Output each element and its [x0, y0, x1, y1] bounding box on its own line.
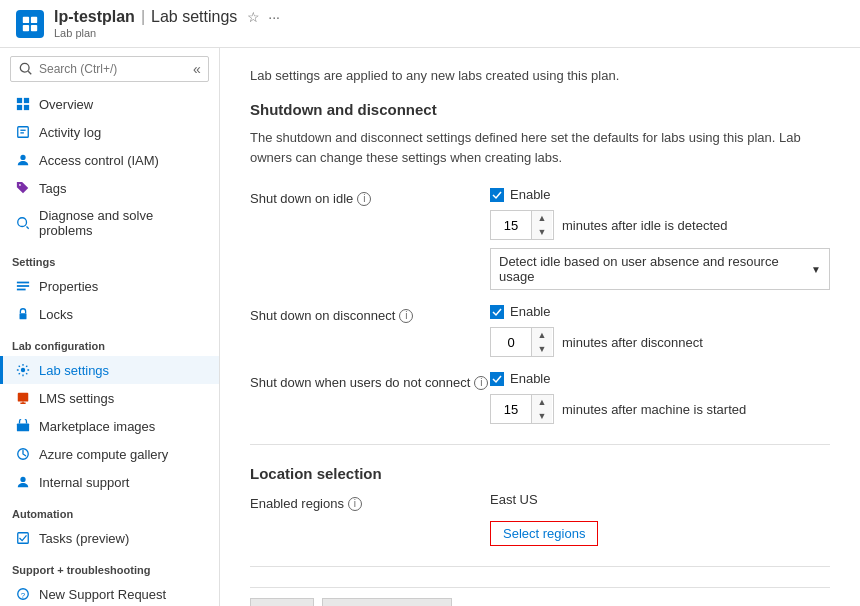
- favorite-icon[interactable]: ☆: [247, 9, 260, 25]
- search-input[interactable]: [39, 62, 189, 76]
- diagnose-icon: [15, 215, 31, 231]
- shut-down-disconnect-checkbox[interactable]: [490, 305, 504, 319]
- breadcrumb-area: lp-testplan | Lab settings ☆ ··· Lab pla…: [54, 8, 280, 39]
- properties-icon: [15, 278, 31, 294]
- sidebar-item-activity-log[interactable]: Activity log: [0, 118, 219, 146]
- shut-down-no-connect-decrement-button[interactable]: ▼: [532, 409, 552, 423]
- sidebar-item-overview[interactable]: Overview: [0, 90, 219, 118]
- footer-divider: [250, 566, 830, 567]
- svg-rect-9: [24, 105, 29, 110]
- lab-settings-label: Lab settings: [39, 363, 109, 378]
- shut-down-disconnect-minutes-row: ▲ ▼ minutes after disconnect: [490, 327, 703, 357]
- top-description: Lab settings are applied to any new labs…: [250, 68, 830, 83]
- marketplace-images-label: Marketplace images: [39, 419, 155, 434]
- shut-down-disconnect-minutes-input[interactable]: [491, 331, 531, 354]
- svg-text:?: ?: [21, 591, 26, 600]
- svg-rect-15: [17, 285, 29, 287]
- shut-down-no-connect-enable-row: Enable: [490, 371, 746, 386]
- shutdown-description: The shutdown and disconnect settings def…: [250, 128, 830, 167]
- sidebar-item-azure-compute-gallery[interactable]: Azure compute gallery: [0, 440, 219, 468]
- page-title: Lab settings: [151, 8, 237, 26]
- shut-down-no-connect-minutes-label: minutes after machine is started: [562, 402, 746, 417]
- sidebar-item-locks[interactable]: Locks: [0, 300, 219, 328]
- svg-rect-0: [23, 16, 29, 22]
- svg-rect-20: [17, 423, 29, 431]
- svg-rect-6: [17, 98, 22, 103]
- svg-rect-7: [24, 98, 29, 103]
- tasks-preview-label: Tasks (preview): [39, 531, 129, 546]
- shut-down-no-connect-minutes-input[interactable]: [491, 398, 531, 421]
- shut-down-idle-minutes-input[interactable]: [491, 214, 531, 237]
- shut-down-idle-checkbox[interactable]: [490, 188, 504, 202]
- lms-settings-label: LMS settings: [39, 391, 114, 406]
- footer-buttons: Save Discard changes: [250, 587, 830, 606]
- discard-changes-button[interactable]: Discard changes: [322, 598, 453, 606]
- shut-down-no-connect-info-icon[interactable]: i: [474, 376, 488, 390]
- idle-detect-arrow-icon: ▼: [811, 264, 821, 275]
- svg-rect-1: [31, 16, 37, 22]
- shut-down-disconnect-minutes-label: minutes after disconnect: [562, 335, 703, 350]
- sidebar-item-properties[interactable]: Properties: [0, 272, 219, 300]
- sidebar-item-marketplace-images[interactable]: Marketplace images: [0, 412, 219, 440]
- svg-point-22: [20, 477, 25, 482]
- lms-icon: [15, 390, 31, 406]
- shut-down-no-connect-enable-label: Enable: [510, 371, 550, 386]
- shut-down-disconnect-increment-button[interactable]: ▲: [532, 328, 552, 342]
- shut-down-disconnect-label: Shut down on disconnect i: [250, 304, 490, 323]
- select-regions-button[interactable]: Select regions: [490, 521, 598, 546]
- shut-down-idle-increment-button[interactable]: ▲: [532, 211, 552, 225]
- access-icon: [15, 152, 31, 168]
- shut-down-idle-enable-label: Enable: [510, 187, 550, 202]
- save-button[interactable]: Save: [250, 598, 314, 606]
- shut-down-idle-decrement-button[interactable]: ▼: [532, 225, 552, 239]
- sidebar-item-tags[interactable]: Tags: [0, 174, 219, 202]
- activity-icon: [15, 124, 31, 140]
- sidebar-item-lab-settings[interactable]: Lab settings: [0, 356, 219, 384]
- more-options-icon[interactable]: ···: [268, 9, 280, 25]
- sidebar-item-internal-support[interactable]: Internal support: [0, 468, 219, 496]
- idle-detect-select[interactable]: Detect idle based on user absence and re…: [490, 248, 830, 290]
- shut-down-idle-minutes-row: ▲ ▼ minutes after idle is detected: [490, 210, 830, 240]
- shut-down-idle-row: Shut down on idle i Enable ▲ ▼: [250, 187, 830, 290]
- overview-label: Overview: [39, 97, 93, 112]
- enabled-regions-info-icon[interactable]: i: [348, 497, 362, 511]
- shut-down-idle-info-icon[interactable]: i: [357, 192, 371, 206]
- svg-rect-8: [17, 105, 22, 110]
- top-bar-actions: ☆ ···: [247, 9, 280, 25]
- shut-down-no-connect-increment-button[interactable]: ▲: [532, 395, 552, 409]
- sidebar-item-new-support-request[interactable]: ? New Support Request: [0, 580, 219, 606]
- svg-rect-10: [18, 127, 29, 138]
- automation-section-label: Automation: [0, 496, 219, 524]
- enabled-regions-value: East US: [490, 492, 598, 507]
- app-name: lp-testplan: [54, 8, 135, 26]
- section-divider: [250, 444, 830, 445]
- svg-line-5: [28, 71, 31, 74]
- shut-down-disconnect-decrement-button[interactable]: ▼: [532, 342, 552, 356]
- shut-down-disconnect-enable-row: Enable: [490, 304, 703, 319]
- tags-icon: [15, 180, 31, 196]
- sidebar-item-diagnose[interactable]: Diagnose and solve problems: [0, 202, 219, 244]
- locks-label: Locks: [39, 307, 73, 322]
- shut-down-disconnect-info-icon[interactable]: i: [399, 309, 413, 323]
- sidebar-item-tasks-preview[interactable]: Tasks (preview): [0, 524, 219, 552]
- shut-down-disconnect-controls: Enable ▲ ▼ minutes after disconnect: [490, 304, 703, 357]
- search-box[interactable]: «: [10, 56, 209, 82]
- idle-detect-value: Detect idle based on user absence and re…: [499, 254, 803, 284]
- access-control-label: Access control (IAM): [39, 153, 159, 168]
- shut-down-idle-spinner-buttons: ▲ ▼: [531, 211, 552, 239]
- shut-down-no-connect-controls: Enable ▲ ▼ minutes after machine is star…: [490, 371, 746, 424]
- sidebar-item-access-control[interactable]: Access control (IAM): [0, 146, 219, 174]
- shut-down-no-connect-spinner[interactable]: ▲ ▼: [490, 394, 554, 424]
- marketplace-icon: [15, 418, 31, 434]
- svg-rect-17: [20, 313, 27, 319]
- support-section-label: Support + troubleshooting: [0, 552, 219, 580]
- shut-down-disconnect-spinner[interactable]: ▲ ▼: [490, 327, 554, 357]
- sidebar-item-lms-settings[interactable]: LMS settings: [0, 384, 219, 412]
- app-icon: [16, 10, 44, 38]
- top-bar: lp-testplan | Lab settings ☆ ··· Lab pla…: [0, 0, 860, 48]
- shut-down-idle-spinner[interactable]: ▲ ▼: [490, 210, 554, 240]
- internal-support-label: Internal support: [39, 475, 129, 490]
- collapse-button[interactable]: «: [193, 61, 201, 77]
- activity-log-label: Activity log: [39, 125, 101, 140]
- shut-down-no-connect-checkbox[interactable]: [490, 372, 504, 386]
